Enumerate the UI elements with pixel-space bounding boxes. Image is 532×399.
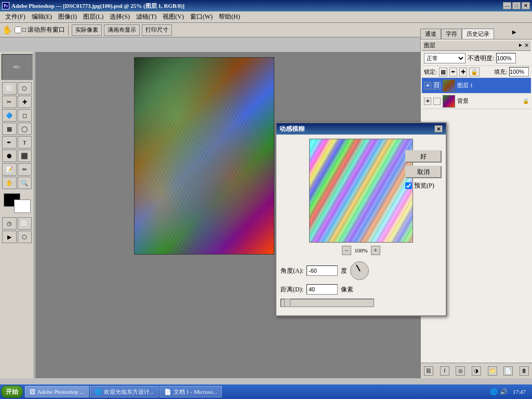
delete-layer-btn[interactable]: 🗑 [520, 366, 529, 376]
preview-area [309, 139, 413, 243]
layer-style-btn[interactable]: f [440, 366, 449, 376]
quick-mask-tool[interactable]: ◷ [2, 217, 17, 230]
panel-menu-btn[interactable]: ► [518, 42, 523, 49]
new-adj-layer-btn[interactable]: ◑ [472, 366, 481, 376]
scroll-checkbox[interactable]: □ 滚动所有窗口 [15, 25, 65, 34]
layer-bg-link[interactable] [433, 98, 441, 105]
panel-close-btn[interactable]: ✕ [524, 42, 529, 49]
taskbar-word-label: 文档 1 - Microso... [174, 388, 217, 396]
cancel-button[interactable]: 取消 [405, 166, 442, 178]
taskbar-ps-label: Adobe Photoshop ... [37, 389, 84, 395]
scroll-label: □ 滚动所有窗口 [22, 25, 65, 34]
actual-pixels-button[interactable]: 实际像素 [72, 24, 102, 36]
opacity-label: 不透明度: [468, 54, 494, 63]
taskbar-item-photoshop[interactable]: 🖼 Adobe Photoshop ... [25, 386, 89, 397]
add-mask-btn[interactable]: ◎ [456, 366, 465, 376]
shape-tool[interactable]: ⬛ [18, 150, 32, 162]
hand-tool[interactable]: ✋ [2, 177, 17, 189]
menu-bar: 文件(F)编辑(E)图像(I)图层(L)选择(S)滤镜(T)视图(V)窗口(W)… [0, 11, 532, 23]
menu-item[interactable]: 编辑(E) [29, 11, 55, 22]
layer-bg-visibility[interactable]: 👁 [424, 98, 431, 105]
healing-tool[interactable]: ✚ [18, 96, 32, 108]
preview-check-input[interactable] [405, 182, 412, 189]
jump-img-tool[interactable]: ⬡ [18, 231, 32, 243]
new-layer-btn[interactable]: 📄 [503, 366, 513, 376]
print-size-button[interactable]: 打印尺寸 [142, 24, 172, 36]
jump-ps-tool[interactable]: ▶ [2, 231, 17, 243]
gradient-tool[interactable]: ▦ [2, 123, 17, 135]
hand-tool-icon[interactable]: ✋ [2, 25, 12, 35]
layer-item-background[interactable]: 👁 背景 🔒 [422, 94, 531, 109]
network-icon[interactable]: 🌐 [490, 388, 498, 396]
taskbar-item-word[interactable]: 📄 文档 1 - Microso... [159, 386, 222, 397]
maximize-button[interactable]: □ [512, 2, 521, 9]
blend-mode-select[interactable]: 正常 [424, 53, 466, 63]
dialog-close-button[interactable]: ✕ [434, 125, 443, 132]
distance-input[interactable] [307, 284, 338, 295]
notes-tool[interactable]: 📝 [2, 163, 17, 176]
link-layers-btn[interactable]: ⛓ [424, 366, 433, 376]
crop-tool[interactable]: ✂ [2, 96, 17, 108]
window-title: Adobe Photoshop — [DSC01773.jpg(100).psd… [11, 2, 184, 10]
menu-item[interactable]: 滤镜(T) [133, 11, 159, 22]
dodge-tool[interactable]: ◯ [18, 123, 32, 135]
path-tool[interactable]: ⬟ [2, 150, 17, 162]
app-icon: Ps [2, 2, 9, 9]
menu-item[interactable]: 文件(F) [2, 11, 29, 22]
tab-character[interactable]: 字符 [441, 29, 462, 39]
layer-bg-thumbnail [443, 95, 455, 108]
layer1-visibility[interactable]: 👁 [424, 82, 431, 89]
taskbar-item-design[interactable]: 🌐 欢迎光临东方设计... [90, 386, 158, 397]
tab-history[interactable]: 历史记录 [462, 29, 494, 39]
layer-item-1[interactable]: 👁 ⛓ 图层 1 [422, 78, 531, 94]
canvas-image [134, 57, 274, 255]
zoom-in-btn[interactable]: + [371, 246, 380, 255]
preview-label: 预览(P) [414, 181, 434, 190]
menu-item[interactable]: 选择(S) [107, 11, 133, 22]
zoom-tool[interactable]: 🔍 [18, 177, 32, 189]
background-color[interactable] [14, 200, 31, 213]
angle-dial[interactable] [350, 261, 369, 280]
dial-needle [356, 264, 361, 271]
panel-menu-icon[interactable]: ▶ [512, 29, 516, 35]
pen-tool[interactable]: ✒ [2, 136, 17, 149]
fill-input[interactable] [509, 67, 529, 76]
menu-item[interactable]: 帮助(H) [216, 11, 243, 22]
lock-position-icon[interactable]: ✚ [459, 68, 467, 76]
tab-channels[interactable]: 通道 [420, 29, 441, 39]
brush-preview-icon: ✒ [12, 61, 21, 73]
opacity-input[interactable] [496, 53, 516, 63]
zoom-out-btn[interactable]: − [342, 246, 351, 255]
fit-canvas-button[interactable]: 满画布显示 [104, 24, 140, 36]
volume-icon[interactable]: 🔊 [500, 388, 508, 396]
ok-button[interactable]: 好 [405, 150, 442, 163]
menu-item[interactable]: 图层(L) [80, 11, 107, 22]
angle-unit: 度 [341, 267, 347, 275]
toolbox: ✒ ⬜ ⬡ ✂ ✚ 🔷 ◻ ▦ ◯ ✒ T ⬟ ⬛ 📝 ✏ ✋ 🔍 ◷ ⬜ [0, 52, 34, 378]
lock-transparent-icon[interactable]: ▦ [439, 68, 447, 76]
menu-item[interactable]: 视图(V) [159, 11, 187, 22]
layer1-link[interactable]: ⛓ [433, 82, 441, 89]
menu-item[interactable]: 图像(I) [55, 11, 80, 22]
text-tool[interactable]: T [18, 136, 32, 149]
close-button[interactable]: ✕ [522, 2, 530, 9]
screen-mode-tool[interactable]: ⬜ [18, 217, 32, 230]
minimize-button[interactable]: — [503, 2, 511, 9]
new-group-btn[interactable]: 📁 [488, 366, 497, 376]
eraser-tool[interactable]: ◻ [18, 109, 32, 122]
panel-tabs: ▶ 通道 字符 历史记录 [420, 27, 532, 39]
lock-image-icon[interactable]: ✒ [449, 68, 457, 76]
title-bar-controls: — □ ✕ [503, 2, 530, 9]
preview-checkbox[interactable]: 预览(P) [405, 181, 442, 190]
menu-item[interactable]: 窗口(W) [187, 11, 216, 22]
start-button[interactable]: 开始 [1, 385, 23, 398]
stamp-tool[interactable]: 🔷 [2, 109, 17, 122]
dialog-content: − 100% + 好 取消 预览(P) 角度(A): 度 距离(D): 像素 [276, 135, 446, 315]
lock-all-icon[interactable]: 🔒 [469, 68, 480, 76]
eyedropper-tool[interactable]: ✏ [18, 163, 32, 176]
marquee-tool[interactable]: ⬜ [2, 82, 17, 95]
lock-label: 锁定: [424, 68, 437, 76]
distance-slider[interactable] [281, 299, 374, 307]
lasso-tool[interactable]: ⬡ [18, 82, 32, 95]
angle-input[interactable] [307, 265, 338, 276]
